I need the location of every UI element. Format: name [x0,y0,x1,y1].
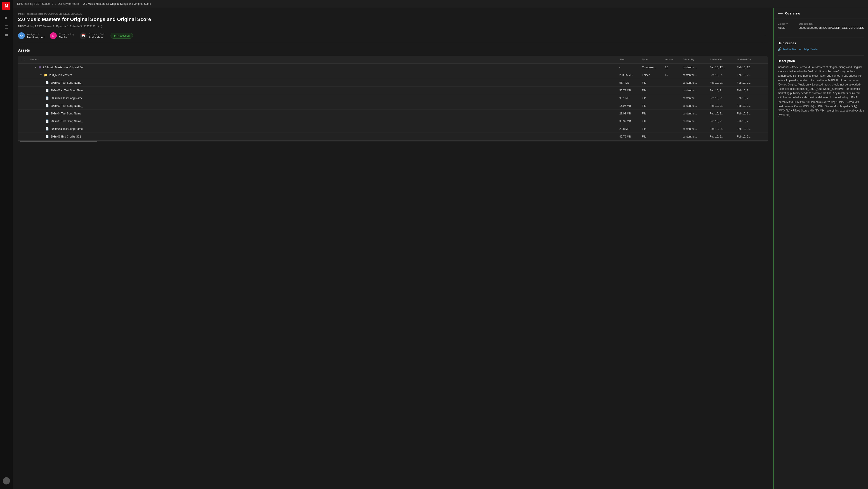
table-row[interactable]: 📄 203m05a Test Song Name 22.8 MB File co… [18,125,768,133]
row-size: - [619,66,642,69]
subtitle-episode: Episode 4: Episode 3 (81579183) [56,25,96,28]
divider [778,37,864,38]
breadcrumb-item-2[interactable]: Delivery to Netflix [58,2,79,5]
row-name-text: 203m02ab Test Song Nam [51,89,83,92]
row-version: 3.0 [664,66,683,69]
horizontal-scrollbar[interactable] [18,140,768,142]
row-updated-on: Feb 10, 2:... [737,104,764,108]
row-type: File [642,120,664,123]
row-type: File [642,104,664,108]
file-icon: 📄 [45,81,49,84]
sidebar-item-folder[interactable]: ▢ [2,23,10,31]
page-category: Music - asset.subcategory.COMPOSER_DELIV… [18,12,768,15]
row-added-by: contenthu... [683,74,710,77]
row-updated-on: Feb 10, 2:... [737,89,764,92]
row-type: Folder [642,74,664,77]
assigned-to-value: Not Assigned [27,35,44,39]
row-name: 📄 203m01 Test Song Name_ [45,81,619,84]
row-added-on: Feb 10, 2:... [710,127,737,131]
status-badge[interactable]: Processed [111,33,133,39]
user-avatar[interactable] [3,477,10,485]
row-updated-on: Feb 10, 2:... [737,96,764,100]
main-area: NPS Training TEST: Season 2 / Delivery t… [13,0,868,489]
row-updated-on: Feb 10, 2:... [737,120,764,123]
row-name-text: 203_MusicMasters [49,74,72,77]
status-dot [114,35,116,37]
row-name: 📄 203m05 Test Song Name_ [45,119,619,123]
expected-date-value: Add a date [89,35,105,39]
assigned-to-label: Assigned to [27,33,44,35]
info-icon[interactable]: i [98,25,102,28]
th-size: Size [619,58,642,61]
expected-date-item[interactable]: 📅 Expected Date Add a date [80,32,105,39]
row-size: 56.7 MB [619,81,642,84]
category-value: Music [778,26,796,29]
sidebar-item-list[interactable]: ☰ [2,32,10,40]
row-name-text: 203m03 Test Song Name_ [51,104,83,108]
row-size: 263.25 MB [619,74,642,77]
link-icon: 🔗 [778,47,781,51]
row-updated-on: Feb 10, 12... [737,66,764,69]
row-updated-on: Feb 10, 2:... [737,81,764,84]
help-link[interactable]: 🔗 Netflix Partner Help Center [778,47,864,51]
row-updated-on: Feb 10, 2:... [737,127,764,131]
table-row[interactable]: 📄 203m02b Test Song Name 9.81 MB File co… [18,94,768,102]
breadcrumb-item-1[interactable]: NPS Training TEST: Season 2 [17,2,54,5]
chevron-down-icon[interactable]: ▼ [40,74,42,76]
file-icon: 📄 [45,104,49,108]
row-added-by: contenthu... [683,135,710,138]
row-added-by: contenthu... [683,81,710,84]
row-name: 📄 203m02ab Test Song Nam [45,89,619,92]
sidebar: N ▶ ▢ ☰ [0,0,13,489]
calendar-icon: 📅 [80,32,87,39]
row-added-by: contenthu... [683,89,710,92]
row-type: File [642,89,664,92]
breadcrumb: NPS Training TEST: Season 2 / Delivery t… [13,0,868,8]
row-version: 1.2 [664,74,683,77]
row-type: File [642,96,664,100]
page-subtitle: NPS Training TEST: Season 2 Episode 4: E… [18,25,768,28]
row-type: File [642,81,664,84]
assigned-to-item[interactable]: NA Assigned to Not Assigned [18,32,44,39]
status-label: Processed [117,34,130,37]
row-added-on: Feb 10, 2:... [710,74,737,77]
row-added-by: contenthu... [683,96,710,100]
row-updated-on: Feb 10, 2:... [737,74,764,77]
select-all-checkbox[interactable] [22,58,25,61]
chevron-down-icon[interactable]: ▼ [34,66,37,68]
requested-by-label: Requested by [59,33,74,35]
overview-panel: ⟶ Overview Category Music Sub category a… [773,8,868,489]
th-updated-on: Updated On [737,58,764,61]
table-row[interactable]: 📄 203m02ab Test Song Nam 55.78 MB File c… [18,87,768,94]
table-row[interactable]: 📄 203m03 Test Song Name_ 15.97 MB File c… [18,102,768,110]
row-name: 📄 203m04 Test Song Name_ [45,112,619,115]
table-row[interactable]: ▼ ⊞ 2.0 Music Masters for Original Son -… [18,63,768,71]
table-row[interactable]: 📄 203m05 Test Song Name_ 33.37 MB File c… [18,117,768,125]
file-icon: 📄 [45,89,49,92]
th-name[interactable]: Name ⇅ [30,58,619,61]
requested-by-value: Netflix [59,35,74,39]
info-grid: Category Music Sub category asset.subcat… [778,22,864,33]
panel-header: ⟶ Overview [774,8,868,19]
row-type: Composer... [642,66,664,69]
row-name-text: 203m06 End Credits S02_ [51,135,83,138]
category-row: Category Music [778,22,796,29]
subcategory-row: Sub category asset.subcategory.COMPOSER_… [799,22,864,29]
sidebar-item-video[interactable]: ▶ [2,13,10,22]
table-row[interactable]: 📄 203m01 Test Song Name_ 56.7 MB File co… [18,79,768,87]
requested-by-item[interactable]: N Requested by Netflix [50,32,74,39]
row-name: 📄 203m05a Test Song Name [45,127,619,131]
table-row[interactable]: ▼ 📁 203_MusicMasters 263.25 MB Folder 1.… [18,71,768,79]
row-size: 23.03 MB [619,112,642,115]
panel-header-title: Overview [785,11,800,15]
app-logo[interactable]: N [2,2,10,10]
category-label: Category [778,22,796,25]
table-row[interactable]: 📄 203m04 Test Song Name_ 23.03 MB File c… [18,110,768,117]
more-options-button[interactable]: ··· [761,33,768,39]
row-added-by: contenthu... [683,112,710,115]
table-row[interactable]: 📄 203m06 End Credits S02_ 45.79 MB File … [18,133,768,140]
folder-icon: 📁 [44,73,48,77]
content-layout: Music - asset.subcategory.COMPOSER_DELIV… [13,8,868,489]
scrollbar-thumb[interactable] [20,141,97,142]
row-name: ▼ 📁 203_MusicMasters [40,73,619,77]
